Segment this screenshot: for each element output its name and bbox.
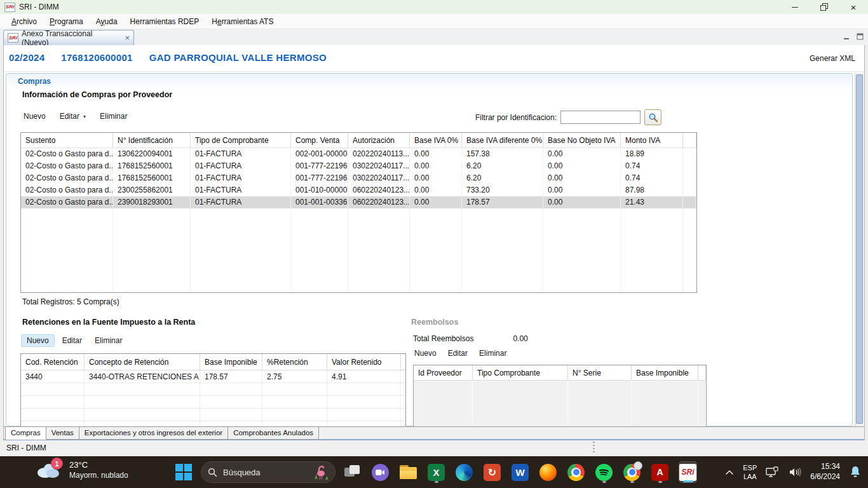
cell: 2390018293001 — [113, 196, 191, 208]
compras-eliminar-button[interactable]: Eliminar — [100, 112, 127, 121]
menu-label: A — [96, 17, 101, 26]
scrollbar-thumb[interactable] — [856, 74, 863, 424]
table-row[interactable]: 02-Costo o Gasto para d...17681525600010… — [21, 172, 696, 184]
compras-nuevo-button[interactable]: Nuevo — [24, 112, 46, 121]
spotify-button[interactable] — [595, 461, 613, 483]
menu-programa[interactable]: Programa — [43, 15, 90, 28]
col-header[interactable]: Base IVA diferente 0% — [462, 133, 543, 147]
chrome-button[interactable] — [567, 461, 585, 483]
tab-ventas[interactable]: Ventas — [46, 427, 79, 440]
weather-widget[interactable]: 1 23°C Mayorm. nublado — [35, 459, 128, 482]
sash-handle[interactable] — [593, 442, 595, 452]
tray-chevron-up-icon[interactable] — [725, 470, 734, 475]
col-header[interactable]: Id Proveedor — [414, 365, 473, 380]
reembolsos-editar-button[interactable]: Editar — [448, 349, 468, 358]
table-row[interactable]: 34403440-OTRAS RETENCIONES A...178.572.7… — [21, 370, 405, 383]
chrome-profile-button[interactable] — [623, 461, 641, 483]
col-header[interactable]: Valor Retenido — [327, 354, 401, 370]
minimize-button[interactable] — [780, 0, 810, 14]
menu-archivo[interactable]: Archivo — [5, 15, 43, 28]
cell: 0.00 — [410, 148, 462, 160]
cell: 1768152560001 — [113, 172, 191, 184]
tab-comprobantes-anulados[interactable]: Comprobantes Anulados — [228, 427, 319, 440]
col-header[interactable]: N° Identificación — [113, 133, 191, 147]
col-header[interactable]: %Retención — [262, 354, 327, 370]
task-view-button[interactable] — [343, 461, 362, 483]
compras-editar-button[interactable]: Editar▾ — [60, 112, 86, 121]
menu-label: H — [212, 17, 217, 26]
clock[interactable]: 15:34 6/6/2024 — [810, 462, 840, 482]
table-row[interactable]: 02-Costo o Gasto para d...17681525600010… — [21, 160, 696, 172]
col-header[interactable]: Monto IVA — [621, 133, 683, 147]
volume-icon[interactable] — [789, 467, 801, 477]
col-header[interactable]: Comp. Venta — [291, 133, 348, 147]
start-button[interactable] — [175, 464, 192, 480]
generar-xml-button[interactable]: Generar XML — [810, 54, 855, 63]
pane-maximize-button[interactable] — [856, 32, 864, 40]
chrome-icon — [567, 464, 585, 481]
pane-minimize-button[interactable] — [843, 32, 851, 40]
col-header[interactable]: Tipo Comprobante — [473, 365, 568, 380]
col-header[interactable]: Tipo de Comprobante — [191, 133, 291, 147]
menu-herramientas-rdep[interactable]: Herramientas RDEP — [124, 15, 206, 28]
retenciones-editar-button[interactable]: Editar — [57, 335, 87, 346]
chat-app-button[interactable] — [371, 461, 390, 483]
acrobat-button[interactable]: A — [651, 461, 669, 483]
vertical-scrollbar[interactable] — [855, 73, 864, 426]
retenciones-table-header: Cod. Retención Concepto de Retención Bas… — [21, 354, 405, 370]
window-controls: × — [780, 0, 868, 14]
restore-button[interactable] — [810, 0, 839, 14]
tab-compras[interactable]: Compras — [5, 427, 46, 440]
edge-button[interactable] — [455, 461, 473, 483]
cell: 3440-OTRAS RETENCIONES A... — [85, 370, 200, 383]
tab-anexo-transaccional[interactable]: SRi Anexo Transaccional (Nuevo) × — [3, 30, 134, 45]
compras-table[interactable]: Sustento N° Identificación Tipo de Compr… — [20, 132, 697, 293]
retenciones-table[interactable]: Cod. Retención Concepto de Retención Bas… — [20, 353, 406, 427]
table-row[interactable]: 02-Costo o Gasto para d...23002558620010… — [21, 184, 696, 196]
file-explorer-button[interactable] — [399, 461, 417, 483]
menu-ayuda[interactable]: Ayuda — [90, 15, 124, 28]
col-header[interactable]: Base Imponible — [632, 365, 698, 380]
pdf-xchange-button[interactable]: ↻ — [483, 461, 501, 483]
reembolsos-table[interactable]: Id Proveedor Tipo Comprobante N° Serie B… — [413, 365, 707, 427]
col-header[interactable]: Sustento — [21, 133, 113, 147]
cell: 0.74 — [621, 160, 683, 172]
period: 02/2024 — [9, 52, 44, 63]
col-header[interactable]: Base IVA 0% — [410, 133, 462, 147]
notification-bell-icon[interactable] — [849, 465, 862, 479]
network-icon[interactable] — [766, 466, 780, 478]
excel-button[interactable]: X — [427, 461, 445, 483]
reembolsos-eliminar-button[interactable]: Eliminar — [479, 349, 506, 358]
firefox-button[interactable] — [539, 461, 557, 483]
tab-exportaciones[interactable]: Exportaciones y otros ingresos del exter… — [79, 427, 228, 440]
table-row[interactable]: 02-Costo o Gasto para d...13062200940010… — [21, 148, 696, 160]
filter-search-button[interactable] — [644, 109, 661, 125]
table-row-selected[interactable]: 02-Costo o Gasto para d...23900182930010… — [21, 196, 696, 208]
reembolsos-nuevo-button[interactable]: Nuevo — [414, 349, 437, 358]
close-button[interactable]: × — [839, 0, 868, 14]
tab-close-icon[interactable]: × — [125, 34, 130, 42]
retenciones-eliminar-button[interactable]: Eliminar — [90, 335, 127, 346]
taskbar-search[interactable]: Búsqueda — [201, 461, 336, 483]
bottom-tabs: Compras Ventas Exportaciones y otros ing… — [4, 426, 864, 439]
col-header[interactable]: N° Serie — [568, 365, 632, 380]
cell-filler — [410, 208, 462, 293]
retenciones-nuevo-button[interactable]: Nuevo — [21, 334, 55, 347]
menu-herramientas-ats[interactable]: Herramientas ATS — [205, 15, 280, 28]
col-header[interactable]: Base No Objeto IVA — [543, 133, 621, 147]
sri-dimm-button[interactable]: SRi — [679, 461, 697, 483]
tray-time: 15:34 — [810, 462, 840, 472]
col-header[interactable]: Concepto de Retención — [85, 354, 200, 370]
cell-filler — [698, 381, 706, 427]
col-header[interactable]: Autorización — [348, 133, 410, 147]
language-indicator[interactable]: ESP LAA — [743, 463, 757, 482]
col-header[interactable]: Base Imponible — [200, 354, 262, 370]
total-registros: Total Registros: 5 Compra(s) — [22, 297, 119, 306]
cell-filler — [473, 381, 568, 427]
col-header[interactable]: Cod. Retención — [21, 354, 85, 370]
editor-pane: 02/2024 1768120600001 GAD PARROQUIAL VAL… — [3, 45, 865, 440]
filter-input[interactable] — [560, 111, 641, 124]
cell: 02-Costo o Gasto para d... — [21, 172, 113, 184]
word-button[interactable]: W — [511, 461, 529, 483]
cell: 02-Costo o Gasto para d... — [21, 160, 113, 172]
